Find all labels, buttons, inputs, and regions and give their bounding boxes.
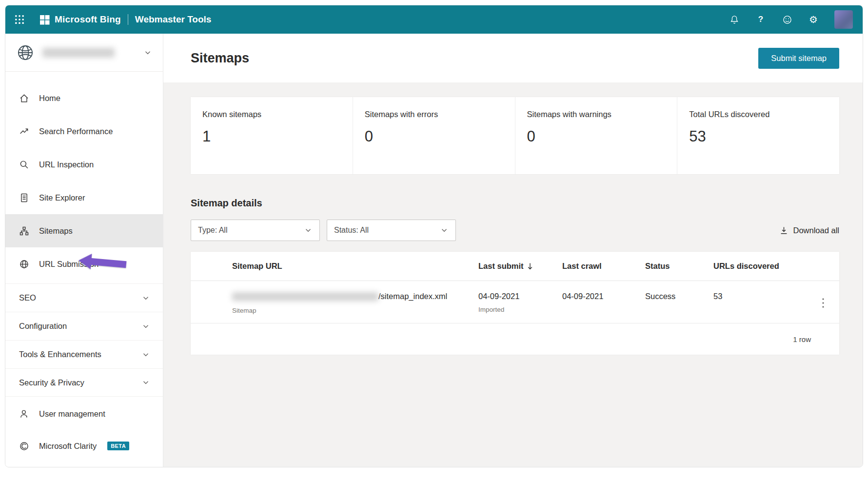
column-header-last-crawl[interactable]: Last crawl [562, 262, 645, 271]
sidebar-group-tools-enhancements[interactable]: Tools & Enhancements [5, 340, 163, 368]
sidebar-item-url-inspection[interactable]: URL Inspection [5, 148, 163, 181]
sidebar-group-configuration[interactable]: Configuration [5, 312, 163, 340]
chevron-down-icon [304, 226, 313, 235]
stat-card-sitemaps-with-warnings: Sitemaps with warnings 0 [515, 97, 678, 174]
table-footer: 1 row [191, 323, 839, 355]
column-header-status[interactable]: Status [645, 262, 713, 271]
product-name: Webmaster Tools [135, 14, 212, 25]
sidebar-item-label: Sitemaps [39, 226, 73, 236]
magnifier-icon [19, 160, 29, 170]
column-header-sitemap-url[interactable]: Sitemap URL [191, 262, 478, 271]
help-icon[interactable]: ? [755, 14, 766, 25]
cell-status: Success [645, 289, 713, 301]
filters-row: Type: All Status: All Download all [191, 220, 839, 241]
cell-last-crawl: 04-09-2021 [562, 289, 645, 301]
sidebar-item-site-explorer[interactable]: Site Explorer [5, 181, 163, 214]
sidebar-item-search-performance[interactable]: Search Performance [5, 115, 163, 148]
home-icon [19, 93, 29, 103]
trending-up-icon [19, 126, 29, 137]
sitemap-details-heading: Sitemap details [191, 198, 839, 209]
notifications-bell-icon[interactable] [729, 14, 740, 25]
app-window: Microsoft Bing Webmaster Tools ? ⚙ [5, 5, 863, 467]
brand[interactable]: Microsoft Bing [39, 14, 121, 25]
chevron-down-icon [141, 350, 150, 359]
site-selector[interactable] [5, 34, 163, 72]
row-actions-kebab-icon[interactable] [820, 296, 827, 310]
url-suffix: /sitemap_index.xml [378, 292, 447, 301]
stat-label: Sitemaps with warnings [527, 110, 677, 119]
stat-label: Sitemaps with errors [365, 110, 515, 119]
waffle-menu-icon[interactable] [14, 14, 25, 25]
cell-last-submit: 04-09-2021 Imported [478, 289, 562, 313]
chevron-down-icon [141, 378, 150, 387]
type-filter-value: Type: All [198, 226, 227, 235]
sidebar-footer: User management Microsoft Clarity BETA [5, 398, 163, 462]
document-list-icon [19, 193, 29, 203]
type-filter-dropdown[interactable]: Type: All [191, 220, 320, 241]
sidebar-item-label: URL Inspection [39, 160, 94, 169]
submit-sitemap-button[interactable]: Submit sitemap [758, 48, 839, 69]
url-redacted [232, 292, 378, 301]
download-all-button[interactable]: Download all [779, 226, 839, 235]
cell-urls-discovered: 53 [713, 289, 817, 301]
person-icon [19, 409, 29, 419]
user-avatar[interactable] [834, 10, 853, 29]
site-name-redacted [42, 48, 115, 58]
microsoft-logo-icon [39, 15, 50, 25]
sidebar-item-user-management[interactable]: User management [5, 398, 163, 430]
sitemap-type-label: Sitemap [232, 307, 478, 314]
status-filter-dropdown[interactable]: Status: All [327, 220, 456, 241]
sidebar-group-seo[interactable]: SEO [5, 283, 163, 312]
sidebar-item-home[interactable]: Home [5, 81, 163, 115]
chevron-down-icon [440, 226, 449, 235]
last-submit-note: Imported [478, 306, 562, 313]
clarity-icon [19, 441, 29, 451]
sidebar-group-security-privacy[interactable]: Security & Privacy [5, 368, 163, 397]
stat-value: 0 [527, 128, 677, 145]
brand-name: Microsoft Bing [55, 14, 121, 25]
download-all-label: Download all [793, 226, 839, 235]
stat-value: 0 [365, 128, 515, 145]
sidebar-item-sitemaps[interactable]: Sitemaps [5, 214, 163, 247]
stat-card-known-sitemaps: Known sitemaps 1 [191, 97, 353, 174]
main-content: Sitemaps Submit sitemap Known sitemaps 1… [163, 34, 863, 467]
column-header-last-submit[interactable]: Last submit [478, 262, 562, 271]
sidebar-item-microsoft-clarity[interactable]: Microsoft Clarity BETA [5, 430, 163, 462]
stat-card-total-urls-discovered: Total URLs discovered 53 [677, 97, 839, 174]
globe-icon [19, 259, 29, 269]
row-count: 1 row [793, 335, 811, 343]
column-header-label: Last submit [478, 262, 524, 271]
sidebar-item-label: Site Explorer [39, 193, 85, 202]
sidebar: Home Search Performance URL Inspection [5, 34, 163, 467]
last-submit-date: 04-09-2021 [478, 292, 562, 301]
sidebar-item-label: Microsoft Clarity [39, 442, 97, 451]
stats-row: Known sitemaps 1 Sitemaps with errors 0 … [191, 97, 839, 174]
beta-badge: BETA [107, 442, 129, 450]
cell-sitemap-url: /sitemap_index.xml Sitemap [191, 289, 478, 314]
feedback-smiley-icon[interactable] [782, 14, 792, 25]
sitemaps-table: Sitemap URL Last submit Last crawl Statu… [191, 252, 839, 355]
sidebar-groups: SEO Configuration Tools & Enhancements S… [5, 283, 163, 397]
sidebar-item-label: User management [39, 409, 105, 419]
brand-divider [128, 14, 128, 25]
sidebar-item-label: Home [39, 94, 60, 103]
chevron-down-icon [141, 322, 150, 331]
settings-gear-icon[interactable]: ⚙ [808, 14, 819, 25]
sidebar-group-label: Tools & Enhancements [19, 350, 101, 359]
download-icon [779, 226, 789, 235]
chevron-down-icon [143, 48, 152, 57]
sidebar-group-label: Configuration [19, 322, 67, 331]
page-title: Sitemaps [191, 51, 249, 66]
stat-label: Known sitemaps [202, 110, 353, 119]
stat-value: 53 [689, 128, 839, 145]
sitemap-hierarchy-icon [19, 226, 29, 236]
column-header-urls-discovered[interactable]: URLs discovered [713, 262, 817, 271]
page-header: Sitemaps Submit sitemap [163, 34, 863, 82]
stat-value: 1 [202, 128, 353, 145]
table-row[interactable]: /sitemap_index.xml Sitemap 04-09-2021 Im… [191, 281, 839, 323]
sidebar-group-label: SEO [19, 293, 36, 302]
site-globe-icon [16, 43, 35, 62]
page-body: Known sitemaps 1 Sitemaps with errors 0 … [163, 82, 863, 467]
stat-label: Total URLs discovered [689, 110, 839, 119]
annotation-arrow [77, 250, 128, 275]
